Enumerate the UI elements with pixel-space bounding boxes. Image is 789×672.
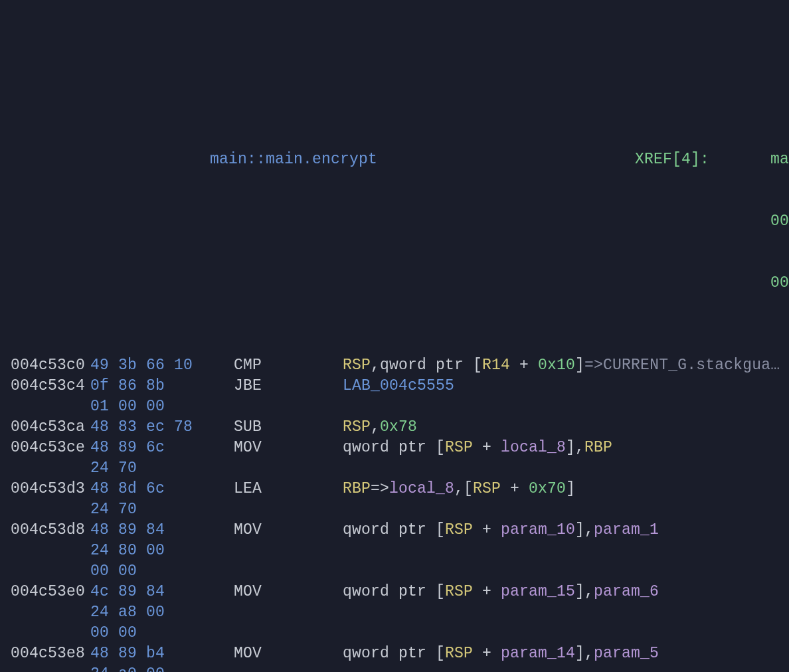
mnemonic: MOV (234, 643, 262, 664)
bytes: 48 83 ec 78 (90, 417, 193, 438)
bytes: 24 80 00 (90, 541, 165, 561)
disasm-row[interactable]: 004c53e848 89 b4MOVqword ptr [RSP + para… (11, 643, 789, 664)
operand-token: + (473, 645, 501, 662)
operand-token: RBP (343, 480, 371, 497)
operand-token: RSP (343, 357, 371, 374)
operand-token: ], (575, 583, 594, 600)
disasm-row[interactable]: 24 a0 00 (11, 664, 789, 672)
operand-token: =>CURRENT_G.stackgua… (584, 357, 780, 374)
operand-token: ], (575, 645, 594, 662)
operand-token: RSP (445, 645, 473, 662)
address[interactable]: 004c53e8 (11, 643, 85, 664)
mnemonic: LEA (234, 479, 262, 499)
operand-token: RSP (343, 418, 371, 436)
operand-token[interactable]: param_5 (594, 645, 659, 662)
operands[interactable]: RBP=>local_8,[RSP + 0x70] (343, 479, 575, 499)
address[interactable]: 004c53ce (11, 438, 85, 458)
operand-token: R14 (482, 357, 510, 374)
bytes: 00 00 (90, 623, 137, 643)
operands[interactable]: qword ptr [RSP + param_10],param_1 (343, 520, 659, 541)
address[interactable]: 004c53c0 (11, 355, 85, 376)
bytes: 01 00 00 (90, 396, 165, 417)
disasm-row[interactable]: 004c53c049 3b 66 10CMPRSP,qword ptr [R14… (11, 355, 789, 376)
operands[interactable]: RSP,qword ptr [R14 + 0x10]=>CURRENT_G.st… (343, 355, 780, 376)
operand-token[interactable]: param_10 (501, 521, 575, 539)
operand-token: 0x78 (380, 418, 417, 436)
bytes: 24 70 (90, 458, 137, 479)
operand-token: 0x70 (529, 480, 566, 497)
bytes: 4c 89 84 (90, 582, 165, 602)
operand-token: , (371, 418, 380, 436)
operand-token: qword ptr [ (343, 583, 445, 600)
mnemonic: MOV (234, 582, 262, 602)
disasm-row[interactable]: 00 00 (11, 623, 789, 643)
bytes: 48 89 84 (90, 520, 165, 541)
operand-token: ,qword ptr [ (371, 357, 482, 374)
operand-token[interactable]: param_14 (501, 645, 575, 662)
operand-token[interactable]: LAB_004c5555 (343, 377, 454, 394)
operands[interactable]: LAB_004c5555 (343, 376, 454, 396)
listing-header: main::main.encrypt XREF[4]: ma (11, 149, 789, 170)
disasm-row[interactable]: 24 70 (11, 458, 789, 479)
function-name[interactable]: main::main.encrypt (210, 149, 377, 170)
xref-label[interactable]: XREF[4]: (635, 149, 709, 170)
disasm-row[interactable]: 004c53d848 89 84MOVqword ptr [RSP + para… (11, 520, 789, 541)
xref-right-0[interactable]: ma (770, 149, 789, 170)
address[interactable]: 004c53e0 (11, 582, 85, 602)
operand-token: RSP (445, 583, 473, 600)
bytes: 48 8d 6c (90, 479, 165, 499)
operand-token: + (473, 439, 501, 456)
operand-token[interactable]: local_8 (389, 480, 454, 497)
operand-token: RBP (584, 439, 612, 456)
disasm-row[interactable]: 004c53ca48 83 ec 78SUBRSP,0x78 (11, 417, 789, 438)
operands[interactable]: qword ptr [RSP + local_8],RBP (343, 438, 612, 458)
disasm-row[interactable]: 24 a8 00 (11, 602, 789, 623)
xref-right-2[interactable]: 00 (770, 273, 789, 294)
operands[interactable]: qword ptr [RSP + param_15],param_6 (343, 582, 659, 602)
disasm-row[interactable]: 004c53ce48 89 6cMOVqword ptr [RSP + loca… (11, 438, 789, 458)
mnemonic: MOV (234, 520, 262, 541)
operands[interactable]: RSP,0x78 (343, 417, 417, 438)
disasm-row[interactable]: 01 00 00 (11, 396, 789, 417)
operand-token: ], (575, 521, 594, 539)
operand-token: => (371, 480, 389, 497)
bytes: 48 89 6c (90, 438, 165, 458)
operand-token[interactable]: param_1 (594, 521, 659, 539)
mnemonic: CMP (234, 355, 262, 376)
disasm-row[interactable]: 24 80 00 (11, 541, 789, 561)
disassembly-listing[interactable]: main::main.encrypt XREF[4]: ma 00 00 004… (0, 82, 789, 672)
disasm-row[interactable]: 004c53e04c 89 84MOVqword ptr [RSP + para… (11, 582, 789, 602)
bytes: 49 3b 66 10 (90, 355, 193, 376)
address[interactable]: 004c53d3 (11, 479, 85, 499)
operand-token: + (473, 583, 501, 600)
operand-token: qword ptr [ (343, 521, 445, 539)
disasm-row[interactable]: 004c53c40f 86 8bJBELAB_004c5555 (11, 376, 789, 396)
operand-token: 0x10 (538, 357, 575, 374)
operands[interactable]: qword ptr [RSP + param_14],param_5 (343, 643, 659, 664)
mnemonic: SUB (234, 417, 262, 438)
operand-token[interactable]: param_6 (594, 583, 659, 600)
operand-token: ,[ (454, 480, 473, 497)
bytes: 24 a8 00 (90, 602, 165, 623)
listing-header-3: 00 (11, 273, 789, 294)
address[interactable]: 004c53d8 (11, 520, 85, 541)
address[interactable]: 004c53ca (11, 417, 85, 438)
disasm-row[interactable]: 24 70 (11, 499, 789, 520)
operand-token: + (501, 480, 529, 497)
disasm-row[interactable]: 00 00 (11, 561, 789, 582)
operand-token[interactable]: param_15 (501, 583, 575, 600)
xref-right-1[interactable]: 00 (770, 211, 789, 232)
address[interactable]: 004c53c4 (11, 376, 85, 396)
listing-header-2: 00 (11, 211, 789, 232)
operand-token: + (473, 521, 501, 539)
mnemonic: JBE (234, 376, 262, 396)
operand-token: qword ptr [ (343, 439, 445, 456)
bytes: 00 00 (90, 561, 137, 582)
mnemonic: MOV (234, 438, 262, 458)
operand-token[interactable]: local_8 (501, 439, 566, 456)
operand-token: RSP (445, 521, 473, 539)
operand-token: ] (575, 357, 584, 374)
bytes: 0f 86 8b (90, 376, 165, 396)
operand-token: ] (566, 480, 575, 497)
disasm-row[interactable]: 004c53d348 8d 6cLEARBP=>local_8,[RSP + 0… (11, 479, 789, 499)
